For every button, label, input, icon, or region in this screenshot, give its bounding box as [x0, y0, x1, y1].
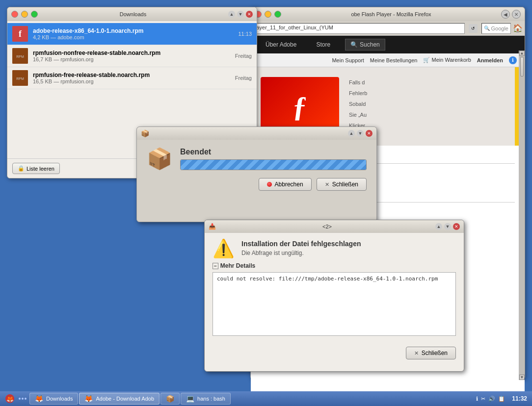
taskbar-icon-0: 🦊 — [35, 395, 43, 403]
download-meta-0: 4,2 KB — adobe.com — [33, 34, 233, 40]
adobe-secondary-nav: Mein Support Meine Bestellungen 🛒 Mein W… — [251, 53, 525, 67]
taskbar-icon-1: 🦊 — [84, 395, 93, 403]
download-item-1[interactable]: RPM rpmfusion-nonfree-release-stable.noa… — [7, 45, 257, 67]
x-icon-error: ✕ — [414, 350, 419, 356]
error-close-btn[interactable]: ✕ — [453, 223, 460, 230]
schliessen-button-beendet[interactable]: ✕ Schließen — [317, 178, 367, 191]
error-details-box[interactable]: could not resolve: file:///tmp/adobe-rel… — [213, 272, 456, 336]
download-filename-0: adobe-release-x86_64-1.0-1.noarch.rpm — [33, 27, 233, 34]
taskbar-dots — [19, 398, 27, 400]
nav-store[interactable]: Store — [311, 41, 335, 48]
beendet-nav-prev[interactable]: ▲ — [348, 130, 355, 137]
tray-cut-icon[interactable]: ✂ — [481, 396, 485, 402]
anmelden-link[interactable]: Anmelden — [477, 57, 503, 63]
address-bar[interactable]: layer_11_for_other_Linux_(YUM — [253, 23, 465, 34]
info-icon: ℹ — [509, 56, 517, 64]
abbrechen-button[interactable]: Abbrechen — [259, 178, 312, 191]
error-content: ⚠️ Installation der Datei fehlgeschlagen… — [205, 233, 464, 343]
error-nav-down[interactable]: ▼ — [444, 223, 451, 230]
error-nav-up[interactable]: ▲ — [435, 223, 442, 230]
dl-close[interactable]: ✕ — [246, 11, 253, 18]
taskbar-item-1[interactable]: 🦊 Adobe - Download Adob — [79, 393, 160, 405]
taskbar-time: 11:32 — [509, 395, 530, 402]
lock-icon: 🔒 — [18, 165, 25, 172]
tray-clipboard-icon[interactable]: 📋 — [498, 396, 505, 402]
package-big-icon: 📦 — [147, 149, 172, 169]
beendet-buttons: Abbrechen ✕ Schließen — [147, 178, 367, 191]
download-icon-2: RPM — [12, 70, 28, 86]
beendet-content: 📦 Beendet Abbrechen ✕ Schließen — [137, 140, 376, 199]
schliessen-button-error[interactable]: ✕ Schließen — [406, 347, 456, 359]
dl-nav-down[interactable]: ▼ — [237, 11, 244, 18]
beendet-titlebar: 📦 ▲ ▼ ✕ — [137, 127, 376, 140]
beendet-dialog: 📦 ▲ ▼ ✕ 📦 Beendet Abbrechen ✕ Schließe — [136, 127, 377, 222]
error-dialog: 📥 <2> ▲ ▼ ✕ ⚠️ Installation der Datei fe… — [204, 220, 464, 372]
svg-text:RPM: RPM — [16, 55, 24, 58]
taskbar-icon-2: 📦 — [166, 395, 174, 403]
download-meta-1: 16,7 KB — rpmfusion.org — [33, 56, 230, 62]
beendet-title: Beendet — [180, 148, 367, 156]
nav-prev[interactable]: ◀ — [501, 10, 510, 19]
meine-bestellungen-link[interactable]: Meine Bestellungen — [370, 57, 418, 63]
beendet-right: Beendet — [180, 148, 367, 170]
red-dot-icon — [267, 182, 272, 187]
beendet-close-btn[interactable]: ✕ — [366, 130, 372, 137]
nav-suchen[interactable]: 🔍 Suchen — [345, 39, 385, 51]
download-icon-1: RPM — [12, 48, 28, 64]
search-bar[interactable]: 🔍 Google — [481, 23, 511, 34]
minus-icon: − — [213, 263, 218, 269]
error-main-title: Installation der Datei fehlgeschlagen — [241, 240, 361, 248]
browser-titlebar: obe Flash Player - Mozilla Firefox ◀ ✕ — [251, 7, 525, 21]
start-button[interactable]: 🦊 — [2, 393, 18, 405]
download-filename-1: rpmfusion-nonfree-release-stable.noarch.… — [33, 50, 230, 56]
minimize-button[interactable] — [265, 11, 271, 18]
svg-text:f: f — [19, 29, 22, 39]
browser-scrollbar[interactable]: ▲ ▼ — [519, 51, 525, 380]
mein-support-link[interactable]: Mein Support — [332, 57, 364, 63]
install-icon-small: 📥 — [209, 223, 216, 230]
dl-nav-up[interactable]: ▲ — [228, 11, 235, 18]
browser-toolbar: layer_11_for_other_Linux_(YUM ↺ 🔍 Google… — [251, 21, 525, 36]
error-subtitle: Die Abfrage ist ungültig. — [241, 250, 361, 256]
tray-volume-icon[interactable]: 🔊 — [488, 396, 495, 402]
nav-uber-adobe[interactable]: Über Adobe — [261, 41, 301, 48]
browser-title: obe Flash Player - Mozilla Firefox — [284, 11, 498, 17]
beendet-nav-next[interactable]: ▼ — [357, 130, 364, 137]
error-titlebar: 📥 <2> ▲ ▼ ✕ — [205, 220, 464, 233]
taskbar-item-0[interactable]: 🦊 Downloads — [29, 393, 78, 405]
scroll-down-button[interactable]: ▼ — [519, 375, 525, 380]
mein-warenkorb-link[interactable]: 🛒 Mein Warenkorb — [423, 57, 471, 63]
svg-text:🦊: 🦊 — [6, 395, 14, 403]
scroll-thumb[interactable] — [520, 57, 524, 76]
details-toggle[interactable]: − Mehr Details — [213, 262, 456, 269]
tray-info-icon[interactable]: ℹ — [476, 396, 478, 402]
x-icon: ✕ — [325, 181, 329, 188]
error-title: <2> — [222, 224, 432, 229]
scroll-track[interactable] — [519, 56, 525, 375]
close-button[interactable] — [11, 11, 18, 18]
downloads-title: Downloads — [41, 11, 225, 17]
download-info-2: rpmfusion-free-release-stable.noarch.rpm… — [33, 72, 230, 84]
scroll-up-button[interactable]: ▲ — [519, 51, 525, 56]
svg-text:RPM: RPM — [16, 77, 24, 80]
download-time-0: 11:13 — [238, 31, 252, 37]
progress-bar — [180, 159, 367, 170]
clear-list-button[interactable]: 🔒 Liste leeren — [12, 163, 60, 174]
download-item-0[interactable]: f adobe-release-x86_64-1.0-1.noarch.rpm … — [7, 23, 257, 45]
maximize-button[interactable] — [274, 11, 281, 18]
progress-bar-fill — [181, 160, 366, 170]
downloads-list: f adobe-release-x86_64-1.0-1.noarch.rpm … — [7, 21, 257, 91]
download-item-2[interactable]: RPM rpmfusion-free-release-stable.noarch… — [7, 67, 257, 89]
taskbar-label-3: hans : bash — [197, 396, 225, 402]
maximize-button[interactable] — [31, 11, 38, 18]
warning-icon: ⚠️ — [213, 240, 235, 257]
home-button[interactable]: 🏠 — [513, 24, 523, 33]
taskbar-item-3[interactable]: 💻 hans : bash — [181, 393, 231, 405]
minimize-button[interactable] — [21, 11, 28, 18]
error-top: ⚠️ Installation der Datei fehlgeschlagen… — [213, 240, 456, 257]
reload-button[interactable]: ↺ — [469, 24, 478, 33]
download-info-1: rpmfusion-nonfree-release-stable.noarch.… — [33, 50, 230, 62]
downloads-titlebar: Downloads ▲ ▼ ✕ — [7, 7, 257, 21]
nav-next[interactable]: ✕ — [512, 10, 521, 19]
taskbar-item-2[interactable]: 📦 — [160, 393, 180, 405]
